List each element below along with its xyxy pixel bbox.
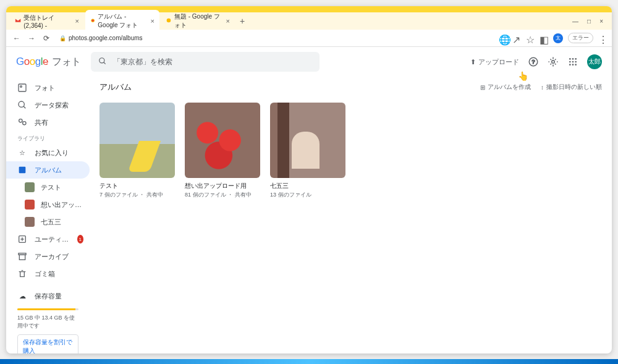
thumb-icon — [25, 182, 35, 192]
back-button[interactable]: ← — [11, 33, 22, 44]
create-label: アルバムを作成 — [488, 83, 531, 91]
photos-icon — [166, 17, 172, 25]
sort-icon: ↕ — [541, 84, 544, 91]
browser-tabbar: 受信トレイ (2,364) - × アルバム - Google フォト × 無題… — [6, 12, 612, 30]
svg-text:?: ? — [531, 59, 535, 65]
page-title: アルバム — [99, 82, 132, 93]
browser-tab[interactable]: アルバム - Google フォト × — [85, 10, 159, 32]
svg-point-1 — [91, 19, 93, 21]
svg-point-3 — [99, 57, 104, 62]
sort-label: 撮影日時の新しい順 — [546, 83, 602, 91]
sidebar-item-favorites[interactable]: ☆ お気に入り — [6, 144, 90, 161]
cloud-icon: ☁ — [17, 291, 27, 301]
album-card[interactable]: テスト 7 個のファイル ・ 共有中 — [99, 103, 175, 199]
star-icon[interactable]: ☆ — [526, 34, 535, 43]
album-meta: 81 個のファイル ・ 共有中 — [185, 191, 260, 199]
sidebar-label: 七五三 — [41, 218, 61, 227]
plus-icon: ⊞ — [480, 84, 485, 91]
gmail-icon — [15, 17, 21, 25]
browser-tab[interactable]: 無題 - Google フォト × — [161, 10, 235, 32]
product-name: フォト — [52, 56, 81, 67]
help-icon[interactable]: ? — [528, 56, 539, 67]
create-album-button[interactable]: ⊞ アルバムを作成 — [480, 83, 531, 91]
sidebar-item-utilities[interactable]: ユーティリティ 1 — [6, 231, 90, 248]
album-title: テスト — [99, 182, 175, 190]
album-thumbnail — [99, 103, 175, 178]
error-badge[interactable]: エラー — [568, 33, 593, 43]
windows-taskbar[interactable] — [0, 359, 618, 364]
address-bar: ← → ⟳ 🔒 photos.google.com/albums 🌐 ↗ ☆ ◧… — [6, 30, 612, 47]
sidebar-section-library: ライブラリ — [6, 131, 90, 144]
reload-button[interactable]: ⟳ — [41, 33, 52, 44]
main-content: アルバム ⊞ アルバムを作成 ↕ 撮影日時の新しい順 テスト 7 個の — [90, 77, 612, 353]
apps-icon[interactable] — [567, 56, 578, 67]
badge: 1 — [77, 235, 83, 243]
sidebar-album-memories[interactable]: 想い出アップロ... — [6, 196, 90, 213]
search-input[interactable]: 「東京都」を検索 — [91, 52, 320, 72]
close-icon[interactable]: × — [151, 17, 154, 25]
sidebar-item-storage[interactable]: ☁ 保存容量 — [17, 287, 78, 305]
svg-point-8 — [569, 58, 571, 60]
sidebar-album-753[interactable]: 七五三 — [6, 213, 90, 231]
close-icon[interactable]: × — [75, 17, 79, 25]
close-window-icon[interactable]: × — [599, 18, 603, 25]
sidebar-album-test[interactable]: テスト — [6, 179, 90, 196]
svg-point-18 — [20, 86, 22, 88]
photo-icon — [17, 83, 27, 93]
url-text: photos.google.com/albums — [69, 35, 143, 41]
sidebar-item-albums[interactable]: アルバム — [6, 161, 90, 179]
extensions-icon[interactable]: ◧ — [540, 34, 548, 43]
sidebar-item-photos[interactable]: フォト — [6, 79, 90, 96]
share-icon[interactable]: ↗ — [512, 34, 521, 43]
upload-button[interactable]: ⬆ アップロード — [470, 57, 519, 67]
tab-label: 無題 - Google フォト — [174, 12, 222, 30]
sort-button[interactable]: ↕ 撮影日時の新しい順 — [541, 83, 602, 91]
svg-point-22 — [23, 122, 26, 125]
new-tab-button[interactable]: + — [236, 15, 248, 27]
profile-avatar[interactable]: 太 — [553, 33, 563, 43]
url-input[interactable]: 🔒 photos.google.com/albums — [56, 35, 495, 41]
album-card[interactable]: 七五三 13 個のファイル — [270, 103, 345, 199]
maximize-icon[interactable]: □ — [587, 18, 591, 25]
minimize-icon[interactable]: — — [572, 18, 578, 25]
svg-point-16 — [575, 64, 577, 66]
sidebar-item-archive[interactable]: アーカイブ — [6, 248, 90, 265]
svg-point-14 — [569, 64, 571, 66]
account-avatar[interactable]: 太郎 — [587, 54, 602, 69]
storage-section: ☁ 保存容量 15 GB 中 13.4 GB を使用中です 保存容量を割引で購入 — [6, 282, 90, 353]
sidebar-label: データ探索 — [35, 101, 69, 110]
album-thumbnail — [270, 103, 345, 178]
sidebar-label: アーカイブ — [35, 252, 69, 261]
tab-label: 受信トレイ (2,364) - — [23, 14, 71, 29]
album-card[interactable]: 想い出アップロード用 81 個のファイル ・ 共有中 — [185, 103, 260, 199]
sidebar: フォト データ探索 共有 ライブラリ ☆ お気に入り アルバム テスト — [6, 77, 90, 353]
svg-point-2 — [167, 19, 171, 23]
google-photos-logo[interactable]: Google フォト — [16, 56, 81, 69]
sidebar-item-trash[interactable]: ゴミ箱 — [6, 265, 90, 282]
menu-icon[interactable]: ⋮ — [598, 34, 607, 43]
sidebar-item-explore[interactable]: データ探索 — [6, 96, 90, 114]
sidebar-label: アルバム — [35, 166, 62, 175]
album-meta: 13 個のファイル — [270, 191, 345, 199]
album-icon — [17, 165, 27, 175]
browser-tab[interactable]: 受信トレイ (2,364) - × — [10, 11, 84, 32]
buy-storage-button[interactable]: 保存容量を割引で購入 — [17, 334, 78, 353]
archive-icon — [17, 252, 27, 261]
close-icon[interactable]: × — [226, 17, 230, 25]
search-icon — [17, 100, 27, 110]
sidebar-label: フォト — [35, 83, 55, 93]
sidebar-item-sharing[interactable]: 共有 — [6, 114, 90, 131]
settings-icon[interactable] — [548, 56, 559, 67]
svg-point-12 — [572, 61, 574, 63]
forward-button[interactable]: → — [26, 33, 37, 44]
photos-icon — [90, 17, 95, 25]
sidebar-label: ゴミ箱 — [35, 269, 55, 279]
storage-label: 保存容量 — [35, 292, 62, 301]
trash-icon — [17, 269, 27, 279]
svg-point-9 — [572, 58, 574, 60]
upload-icon: ⬆ — [470, 58, 476, 66]
translate-icon[interactable]: 🌐 — [499, 34, 507, 43]
albums-grid: テスト 7 個のファイル ・ 共有中 想い出アップロード用 81 個のファイル … — [99, 103, 602, 199]
svg-point-7 — [552, 61, 555, 64]
album-thumbnail — [185, 103, 260, 178]
